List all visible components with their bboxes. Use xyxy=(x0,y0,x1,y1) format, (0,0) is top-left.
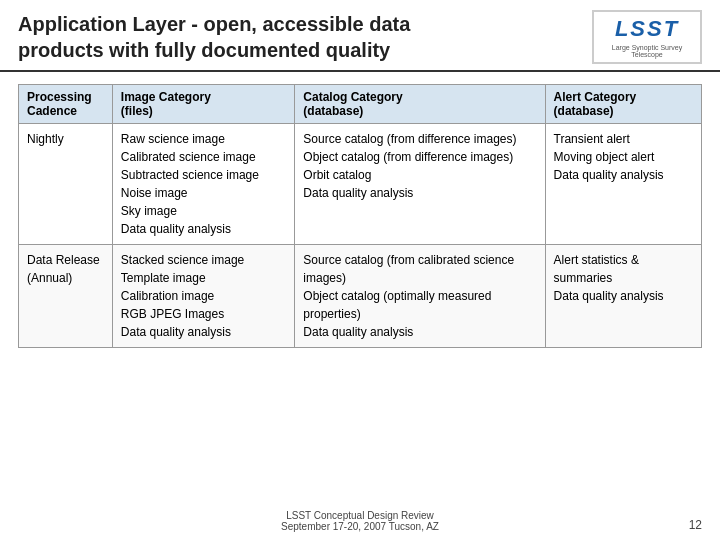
list-item: Sky image xyxy=(121,202,286,220)
cadence-cell: Data Release (Annual) xyxy=(19,245,113,348)
list-item: Stacked science image xyxy=(121,251,286,269)
list-item: Calibration image xyxy=(121,287,286,305)
col-header-image: Image Category (files) xyxy=(112,85,294,124)
list-item: Object catalog (optimally measured prope… xyxy=(303,287,536,323)
table-header-row: Processing Cadence Image Category (files… xyxy=(19,85,702,124)
list-item: Calibrated science image xyxy=(121,148,286,166)
list-item: Data quality analysis xyxy=(554,166,693,184)
table-row: NightlyRaw science imageCalibrated scien… xyxy=(19,124,702,245)
image-cell: Stacked science imageTemplate imageCalib… xyxy=(112,245,294,348)
list-item: Data quality analysis xyxy=(303,323,536,341)
title-line2: products with fully documented quality xyxy=(18,39,390,61)
table-wrapper: Processing Cadence Image Category (files… xyxy=(0,72,720,352)
list-item: Transient alert xyxy=(554,130,693,148)
logo-subtext: Large Synoptic Survey Telescope xyxy=(602,44,692,58)
data-table: Processing Cadence Image Category (files… xyxy=(18,84,702,348)
logo-text: LSST xyxy=(615,16,679,42)
col-header-catalog: Catalog Category (database) xyxy=(295,85,545,124)
footer-line1: LSST Conceptual Design Review xyxy=(286,510,434,521)
list-item: RGB JPEG Images xyxy=(121,305,286,323)
list-item: Data quality analysis xyxy=(121,323,286,341)
list-item: Source catalog (from calibrated science … xyxy=(303,251,536,287)
footer-line2: September 17-20, 2007 Tucson, AZ xyxy=(281,521,439,532)
page-title: Application Layer - open, accessible dat… xyxy=(18,11,592,63)
cadence-cell: Nightly xyxy=(19,124,113,245)
title-line1: Application Layer - open, accessible dat… xyxy=(18,13,410,35)
list-item: Template image xyxy=(121,269,286,287)
list-item: Noise image xyxy=(121,184,286,202)
list-item: Data quality analysis xyxy=(303,184,536,202)
list-item: Alert statistics & summaries xyxy=(554,251,693,287)
table-row: Data Release (Annual)Stacked science ima… xyxy=(19,245,702,348)
list-item: Data quality analysis xyxy=(121,220,286,238)
col-header-alert: Alert Category (database) xyxy=(545,85,701,124)
catalog-cell: Source catalog (from calibrated science … xyxy=(295,245,545,348)
col-header-processing: Processing Cadence xyxy=(19,85,113,124)
alert-cell: Transient alertMoving object alertData q… xyxy=(545,124,701,245)
logo-area: LSST Large Synoptic Survey Telescope xyxy=(592,10,702,64)
footer: LSST Conceptual Design Review September … xyxy=(0,510,720,532)
list-item: Source catalog (from difference images) xyxy=(303,130,536,148)
list-item: Moving object alert xyxy=(554,148,693,166)
list-item: Raw science image xyxy=(121,130,286,148)
image-cell: Raw science imageCalibrated science imag… xyxy=(112,124,294,245)
page-number: 12 xyxy=(689,518,702,532)
logo-box: LSST Large Synoptic Survey Telescope xyxy=(592,10,702,64)
catalog-cell: Source catalog (from difference images)O… xyxy=(295,124,545,245)
list-item: Subtracted science image xyxy=(121,166,286,184)
page-header: Application Layer - open, accessible dat… xyxy=(0,0,720,72)
list-item: Data quality analysis xyxy=(554,287,693,305)
alert-cell: Alert statistics & summariesData quality… xyxy=(545,245,701,348)
table-body: NightlyRaw science imageCalibrated scien… xyxy=(19,124,702,348)
list-item: Orbit catalog xyxy=(303,166,536,184)
list-item: Object catalog (from difference images) xyxy=(303,148,536,166)
